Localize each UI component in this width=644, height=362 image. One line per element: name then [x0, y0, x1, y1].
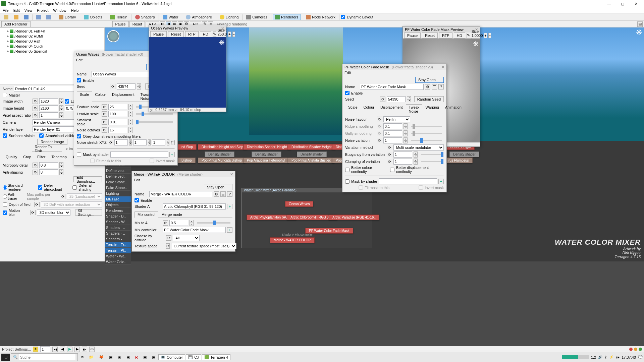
tab-filter[interactable]: Filter — [34, 154, 48, 160]
link-icon[interactable]: ⬚ — [171, 140, 175, 145]
tray-icon[interactable]: ⚡ — [609, 355, 614, 359]
node-pop1[interactable]: Bishop — [178, 158, 196, 163]
gear-icon[interactable]: ⚙ — [214, 191, 219, 197]
leadin-slider[interactable] — [136, 113, 173, 115]
tab-scale[interactable]: Scale — [77, 92, 92, 102]
cat-item[interactable]: METER — [105, 196, 131, 202]
add-icon[interactable]: + — [438, 179, 444, 184]
shader-a-input[interactable] — [163, 203, 226, 209]
panel-edit-menu[interactable]: Edit — [132, 177, 235, 183]
sun-icon[interactable]: ☀ — [33, 347, 38, 352]
panel-toggle-icon[interactable]: ▤ — [637, 21, 643, 27]
minimize-button[interactable]: — — [602, 0, 616, 7]
texspace-select[interactable]: Current texture space (most uses) — [171, 243, 236, 249]
enable-check[interactable]: Enable — [345, 91, 363, 95]
tray-icon[interactable]: 🕪 — [616, 355, 620, 359]
node-dist2[interactable]: Distribution Height and Slop — [198, 144, 247, 150]
name-input[interactable] — [360, 84, 424, 90]
search-box[interactable]: 🔍 — [11, 353, 78, 361]
tab-quality[interactable]: Quality — [3, 154, 20, 160]
octaves-input[interactable] — [108, 127, 127, 133]
tb-app-icon[interactable]: ▣ — [115, 354, 123, 360]
tab-scale[interactable]: Scale — [345, 104, 361, 114]
stay-open-button[interactable]: Stay Open — [204, 184, 232, 190]
cat-item[interactable]: Shader - B.. — [105, 214, 131, 219]
play-icon[interactable]: ▶ — [67, 347, 72, 352]
plus-icon[interactable]: + — [484, 33, 487, 38]
cat-item[interactable]: Define vect.. — [105, 174, 131, 179]
random-seed-button[interactable]: Random Seed — [414, 96, 444, 102]
close-icon[interactable]: ✕ — [441, 65, 444, 69]
cat-item[interactable]: Renderers — [105, 208, 131, 214]
panel-preview-waves[interactable]: Ocean Waves Preview✕ Pause Reset RTP HD … — [149, 25, 226, 112]
tab-crop[interactable]: Crop — [20, 154, 34, 160]
dof-check[interactable]: Depth of field — [3, 202, 31, 207]
tab-merge-mode[interactable]: Merge mode — [158, 212, 185, 218]
mix-slider[interactable] — [197, 222, 230, 224]
panel-edit-menu[interactable]: Edit — [342, 70, 446, 75]
tb-computer[interactable]: 💻Computer — [158, 354, 185, 360]
tb-app-icon[interactable]: ▣ — [141, 354, 149, 360]
anim-icon[interactable]: ⟳ — [33, 106, 38, 111]
task-view-icon[interactable]: ⧉ — [78, 354, 86, 360]
invert-check[interactable]: Invert mask — [419, 185, 444, 190]
tab-displacement[interactable]: Displacement — [377, 104, 406, 114]
mask-input[interactable] — [379, 178, 437, 184]
node-dist1[interactable]: nd Slop — [178, 144, 197, 150]
aa-input[interactable] — [39, 169, 58, 175]
flavour-select[interactable]: Perlin — [383, 116, 410, 122]
pause-button[interactable]: Pause — [112, 21, 129, 27]
master-check[interactable]: Master — [3, 93, 20, 97]
tb-terragen[interactable]: 🟩Terragen 4 — [202, 354, 230, 360]
seed-input[interactable] — [387, 96, 406, 102]
clump-slider[interactable] — [421, 161, 442, 162]
menu-window[interactable]: Window — [53, 8, 66, 12]
tab-colour[interactable]: Colour — [361, 104, 377, 114]
menu-file[interactable]: File — [3, 8, 9, 12]
leadin-input[interactable] — [108, 111, 127, 117]
add-icon[interactable]: + — [227, 204, 232, 209]
mask-input[interactable] — [110, 152, 168, 158]
toolbar-library[interactable]: Library — [56, 14, 78, 20]
path-tracer-radio[interactable]: Path tracer — [3, 192, 23, 200]
pencil-icon[interactable]: ✎ — [213, 32, 216, 37]
toolbar-water[interactable]: Water — [160, 14, 181, 20]
fit-check[interactable]: Fit mask to this — [90, 159, 121, 163]
surfaces-check[interactable]: Surfaces visible — [3, 133, 35, 138]
atmo-check[interactable]: Atmo/cloud visible — [39, 133, 75, 138]
first-frame-icon[interactable]: ⏮ — [52, 347, 58, 352]
node-density1[interactable]: Density shader — [205, 152, 234, 157]
obey-check[interactable]: Obey downstream smoothing filters — [77, 134, 141, 138]
cat-item[interactable]: Lighting — [105, 191, 131, 196]
pv-gear-icon[interactable]: ❋ — [219, 39, 225, 47]
node-pop3[interactable]: Pop Araucaria Heterophyl — [243, 158, 289, 163]
node-merge[interactable]: Merge - WATER COLOR — [270, 237, 315, 243]
bcc-check[interactable]: Better colour continuity — [345, 166, 387, 174]
list-icon[interactable]: ☰ — [220, 191, 226, 197]
image-height-input[interactable] — [39, 105, 58, 111]
pencil-icon[interactable]: ✎ — [467, 33, 470, 38]
pv-reset[interactable]: Reset — [168, 31, 184, 37]
tb-app-icon[interactable]: ▣ — [107, 354, 115, 360]
viewport-gear-icon[interactable]: ❋ — [636, 28, 642, 37]
tray-icon[interactable]: 🔊 — [598, 355, 603, 359]
toolbar-lighting[interactable]: Lighting — [217, 14, 241, 20]
render-disk-button[interactable]: Render To Disk — [32, 146, 62, 152]
buoy-input[interactable] — [393, 152, 412, 158]
mblur-check[interactable]: Motion blur — [3, 208, 26, 217]
toolbar-atmosphere[interactable]: Atmosphere — [183, 14, 214, 20]
mblur-select[interactable]: 3D motion blur — [37, 209, 70, 216]
name-input[interactable] — [92, 71, 155, 77]
altitude-select[interactable]: All — [173, 235, 200, 241]
tb-app-icon[interactable]: R — [133, 354, 140, 360]
smallest-input[interactable] — [108, 119, 127, 125]
help-icon[interactable]: ? — [438, 84, 444, 89]
pv-reset[interactable]: Reset — [422, 33, 438, 39]
smallest-slider[interactable] — [136, 121, 173, 123]
tab-warping[interactable]: Warping — [422, 104, 442, 114]
node-ocean-waves[interactable]: Ocean Waves — [285, 201, 313, 207]
toolbar-open[interactable] — [11, 14, 21, 20]
tab-colour[interactable]: Colour — [92, 92, 109, 102]
toolbar-new[interactable] — [1, 14, 11, 20]
stay-open-button[interactable]: Stay Open — [415, 77, 444, 83]
